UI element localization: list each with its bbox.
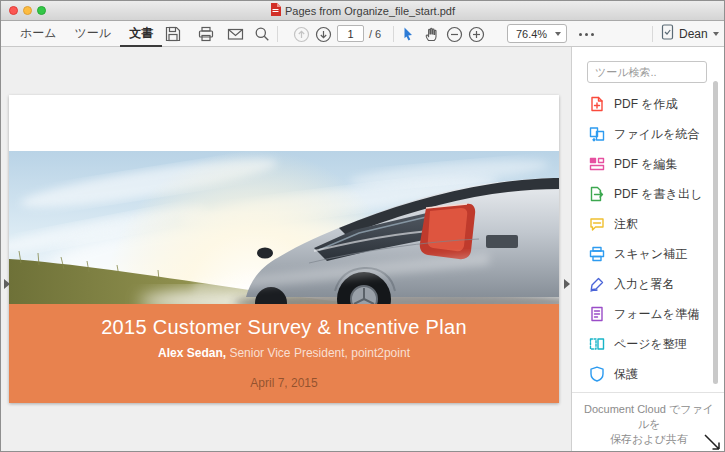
previous-page-button[interactable]: [292, 25, 310, 43]
combine-files-icon: [588, 126, 605, 143]
device-check-icon: [661, 24, 674, 44]
sidebar-footer: Document Cloud でファイルを 保存および共有 さらに詳しく: [572, 393, 725, 452]
fill-sign-icon: [588, 276, 605, 293]
save-button[interactable]: [164, 25, 182, 43]
tool-item-label: 注釈: [614, 216, 638, 233]
pdf-page: 2015 Customer Survey & Incentive Plan Al…: [9, 95, 559, 403]
tool-item-label: 入力と署名: [614, 276, 674, 293]
page-count-label: / 6: [369, 28, 381, 40]
doc-cloud-caption: Document Cloud でファイルを: [584, 403, 714, 430]
window-title: Pages from Organize_file_start.pdf: [285, 5, 455, 17]
tool-search-input[interactable]: [587, 61, 707, 83]
tool-item-label: スキャン補正: [614, 246, 687, 263]
slide-author: Alex Sedan, Senior Vice President, point…: [9, 346, 559, 360]
tool-item-label: ページを整理: [614, 336, 687, 353]
sidebar-scrollbar[interactable]: [713, 81, 718, 384]
enhance-scans-icon: [588, 246, 605, 263]
title-bar: Pages from Organize_file_start.pdf: [1, 1, 724, 21]
acrobat-window: Pages from Organize_file_start.pdf ホームツー…: [0, 0, 725, 452]
tool-item-export-pdf[interactable]: PDF を書き出し: [572, 179, 725, 209]
tab-ツール[interactable]: ツール: [66, 21, 121, 47]
tool-item-organize-pages[interactable]: ページを整理: [572, 329, 725, 359]
protect-icon: [588, 366, 605, 383]
tool-item-fill-sign[interactable]: 入力と署名: [572, 269, 725, 299]
slide-title: 2015 Customer Survey & Incentive Plan: [9, 316, 559, 339]
next-page-button[interactable]: [314, 25, 332, 43]
car-photo: [9, 151, 559, 304]
slide-banner: 2015 Customer Survey & Incentive Plan Al…: [9, 304, 559, 403]
tool-item-protect[interactable]: 保護: [572, 359, 725, 389]
tool-item-enhance-scans[interactable]: スキャン補正: [572, 239, 725, 269]
zoom-in-button[interactable]: [467, 25, 485, 43]
organize-pages-icon: [588, 336, 605, 353]
toolbar-separator: [652, 26, 653, 42]
edit-pdf-icon: [588, 156, 605, 173]
chevron-down-icon: [555, 32, 561, 36]
tools-sidebar: PDF を作成ファイルを統合PDF を編集PDF を書き出し注釈スキャン補正入力…: [571, 47, 725, 452]
zoom-level-select[interactable]: 76.4%: [507, 24, 567, 43]
print-button[interactable]: [197, 25, 215, 43]
tool-item-combine-files[interactable]: ファイルを統合: [572, 119, 725, 149]
tab-文書[interactable]: 文書: [120, 21, 162, 47]
account-menu[interactable]: Dean: [661, 21, 719, 47]
toolbar-tabs: ホームツール文書: [11, 21, 162, 47]
toolbar-separator: [393, 26, 394, 42]
tools-pane-toggle[interactable]: [564, 279, 570, 289]
tab-ホーム[interactable]: ホーム: [11, 21, 66, 47]
user-name-label: Dean: [679, 27, 708, 41]
tool-item-label: PDF を編集: [614, 156, 678, 173]
chevron-down-icon: [713, 32, 719, 36]
export-pdf-icon: [588, 186, 605, 203]
zoom-out-button[interactable]: [445, 25, 463, 43]
tool-item-create-pdf[interactable]: PDF を作成: [572, 89, 725, 119]
select-tool-button[interactable]: [399, 25, 417, 43]
tool-item-label: ファイルを統合: [614, 126, 699, 143]
zoom-level-value: 76.4%: [508, 28, 555, 40]
tool-item-label: PDF を書き出し: [614, 186, 702, 203]
comment-icon: [588, 216, 605, 233]
create-pdf-icon: [588, 96, 605, 113]
email-button[interactable]: [226, 25, 244, 43]
tool-item-label: PDF を作成: [614, 96, 678, 113]
tool-item-label: フォームを準備: [614, 306, 699, 323]
prepare-form-icon: [588, 306, 605, 323]
document-pane: 2015 Customer Survey & Incentive Plan Al…: [1, 47, 571, 452]
slide-date: April 7, 2015: [9, 376, 559, 390]
page-number-input[interactable]: [337, 25, 364, 42]
navigation-pane-toggle[interactable]: [4, 279, 10, 289]
tool-item-label: 保護: [614, 366, 638, 383]
tool-list: PDF を作成ファイルを統合PDF を編集PDF を書き出し注釈スキャン補正入力…: [572, 89, 725, 389]
tool-item-comment[interactable]: 注釈: [572, 209, 725, 239]
main-toolbar: ホームツール文書 / 6: [1, 21, 724, 47]
toolbar-separator: [277, 26, 278, 42]
hand-tool-button[interactable]: [422, 25, 440, 43]
more-tools-button[interactable]: [579, 33, 594, 36]
pdf-file-icon: [270, 2, 281, 20]
tool-item-edit-pdf[interactable]: PDF を編集: [572, 149, 725, 179]
search-icon[interactable]: [253, 25, 271, 43]
tool-item-prepare-form[interactable]: フォームを準備: [572, 299, 725, 329]
